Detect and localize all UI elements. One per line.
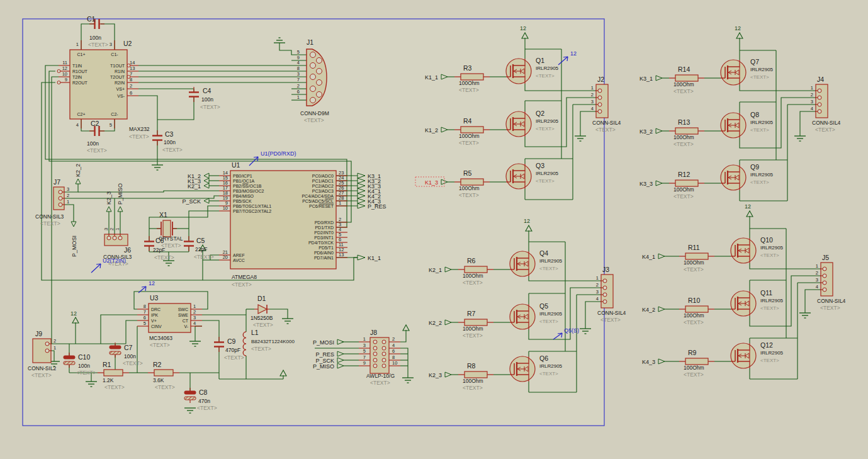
value-label: MAX232 (129, 126, 150, 132)
ref-label: U3 (150, 294, 159, 302)
ref-label: Q11 (760, 289, 772, 297)
pin-number: 2 (54, 338, 56, 344)
pin-number: 3 (67, 186, 69, 192)
text-placeholder: <TEXT> (463, 332, 483, 339)
pin-hole-icon (603, 300, 607, 303)
value-label: CONN-SIL4 (812, 120, 841, 126)
ref-label: Q3 (536, 162, 544, 169)
text-placeholder: <TEXT> (370, 380, 390, 386)
pin-number: 3 (103, 228, 109, 230)
pin-number: 10 (62, 71, 67, 77)
ref-label: L1 (251, 329, 259, 336)
net-label: K1_1 (368, 255, 381, 261)
resistor-body (465, 266, 487, 273)
pin-hole-icon (598, 103, 602, 106)
pin-number: 3 (596, 289, 599, 295)
pin-number: 1 (115, 228, 120, 230)
text-placeholder: <TEXT> (197, 405, 217, 411)
pin-name: PC5/ADC5/SCL (302, 199, 334, 203)
text-placeholder: <TEXT> (760, 305, 779, 311)
net-label: P_SCK (182, 198, 201, 205)
pin-name: PD5/T1 (318, 246, 334, 250)
component-u1[interactable]: 14PB0/ICP115PB1/OC1A16PB2/SS/OC1B17PB3/M… (219, 161, 347, 288)
value-label: 100Ohm (674, 81, 694, 88)
pin-number: 1 (363, 336, 366, 342)
pin-number: 1 (339, 200, 341, 206)
text-placeholder: <TEXT> (674, 88, 694, 94)
power-label: 12 (735, 25, 741, 31)
value-label: 100Ohm (674, 134, 694, 140)
text-placeholder: <TEXT> (815, 127, 835, 133)
pin-name: PC3/ADC3 (312, 189, 334, 193)
pin-name: CINV (151, 324, 162, 329)
value-label: 100Ohm (674, 186, 694, 193)
text-placeholder: <TEXT> (820, 305, 840, 311)
pin-hole-icon (107, 236, 111, 240)
text-placeholder: <TEXT> (194, 254, 214, 260)
net-label: K2_3 (106, 191, 112, 205)
value-label: 100Ohm (684, 365, 704, 371)
pin-hole-icon (317, 80, 322, 86)
pin-hole-icon (45, 349, 49, 353)
pin-number: 6 (392, 348, 395, 354)
pin-hole-icon (823, 267, 826, 271)
pin-bubble-icon (57, 70, 60, 73)
annotation-label: 12 (149, 280, 155, 286)
text-placeholder: <TEXT> (304, 117, 324, 123)
text-placeholder: <TEXT> (459, 87, 479, 93)
ref-label: C1 (87, 15, 96, 23)
ref-label: R6 (467, 257, 476, 264)
pin-hole-icon (373, 364, 377, 368)
text-placeholder: <TEXT> (463, 280, 483, 286)
pin-number: 5 (297, 49, 300, 55)
pin-hole-icon (818, 96, 821, 99)
ref-label: J6 (124, 246, 131, 254)
ref-label: R2 (153, 361, 162, 368)
pin-name: AREF (233, 253, 245, 258)
pin-name: R2IN (115, 81, 125, 85)
text-placeholder: <TEXT> (76, 370, 96, 376)
resistor-body (461, 179, 483, 185)
text-placeholder: <TEXT> (536, 73, 555, 79)
text-placeholder: <TEXT> (750, 179, 769, 185)
schematic-canvas[interactable]: 1212121212K1_2K1_3K2_1P_SCKP_MOSIP_RESP_… (0, 0, 868, 459)
connector-body (601, 275, 613, 308)
ref-label: Q8 (750, 111, 759, 118)
text-placeholder: <TEXT> (253, 322, 273, 328)
resistor-body (675, 180, 698, 186)
pin-number: 4 (392, 343, 395, 348)
pin-hole-icon (310, 98, 316, 103)
pin-number: 13 (130, 65, 135, 71)
resistor-body (675, 128, 698, 134)
pin-name: V- (184, 324, 188, 329)
pin-name: T1IN (72, 64, 82, 68)
ref-label: R3 (463, 64, 472, 72)
pin-number: 1 (596, 275, 599, 281)
ref-label: C10 (78, 353, 90, 361)
pin-number: 6 (130, 90, 132, 96)
text-placeholder: <TEXT> (459, 192, 479, 198)
text-placeholder: <TEXT> (463, 385, 483, 391)
resistor-body (154, 370, 173, 376)
text-placeholder: <TEXT> (459, 140, 479, 146)
pin-name: PD0/RXD (315, 220, 334, 225)
text-placeholder: <TEXT> (760, 252, 779, 258)
text-placeholder: <TEXT> (539, 371, 558, 377)
pin-name: PB0/ICP1 (233, 174, 252, 178)
pin-name: PC1/ADC1 (312, 179, 334, 183)
net-label: K2_2 (75, 164, 81, 177)
value-label: 100Ohm (459, 185, 480, 191)
ref-label: C7 (124, 344, 133, 351)
crystal-body (163, 220, 171, 237)
pin-hole-icon (310, 86, 316, 92)
pin-name: PC0/ADC0 (312, 174, 334, 178)
net-label: K1_1 (425, 74, 438, 81)
text-placeholder: <TEXT> (161, 242, 181, 249)
ref-label: J5 (822, 254, 829, 261)
text-placeholder: <TEXT> (88, 42, 108, 48)
pin-hole-icon (373, 340, 377, 344)
pin-hole-icon (382, 346, 386, 350)
text-placeholder: <TEXT> (674, 141, 694, 147)
ref-label: J1 (307, 38, 313, 46)
pin-hole-icon (603, 293, 607, 297)
